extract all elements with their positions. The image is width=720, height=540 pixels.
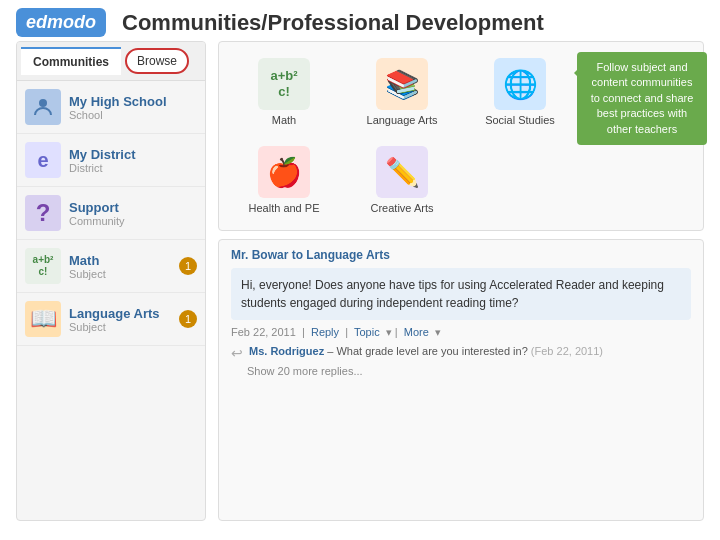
reply-author: Ms. Rodriguez <box>249 345 324 357</box>
post-date: Feb 22, 2011 <box>231 326 296 338</box>
sidebar-item-support[interactable]: ? Support Community <box>17 187 205 240</box>
header: edmodo Communities/Professional Developm… <box>0 0 720 41</box>
sidebar-item-info-district: My District District <box>69 147 135 174</box>
show-more[interactable]: Show 20 more replies... <box>247 365 691 377</box>
sidebar-item-my-district[interactable]: e My District District <box>17 134 205 187</box>
reply-text: – What grade level are you interested in… <box>327 345 528 357</box>
svg-point-0 <box>39 99 47 107</box>
sidebar-item-name-district: My District <box>69 147 135 162</box>
reply-date: (Feb 22, 2011) <box>531 345 603 357</box>
browse-creative-label: Creative Arts <box>371 202 434 214</box>
tab-browse[interactable]: Browse <box>125 48 189 74</box>
browse-item-social-studies[interactable]: 🌐 Social Studies <box>465 52 575 132</box>
language-arts-icon: 📖 <box>25 301 61 337</box>
sidebar-item-info-school: My High School School <box>69 94 167 121</box>
browse-item-language-arts[interactable]: 📚 Language Arts <box>347 52 457 132</box>
browse-lang-icon: 📚 <box>376 58 428 110</box>
reply-icon: ↩ <box>231 345 243 361</box>
topic-link[interactable]: Topic <box>354 326 380 338</box>
sidebar-item-type-math: Subject <box>69 268 106 280</box>
logo-text: edmodo <box>26 12 96 33</box>
sidebar-item-info-math: Math Subject <box>69 253 106 280</box>
sidebar-item-type-support: Community <box>69 215 125 227</box>
browse-health-icon: 🍎 <box>258 146 310 198</box>
sidebar-item-my-high-school[interactable]: My High School School <box>17 81 205 134</box>
sidebar-item-info-lang: Language Arts Subject <box>69 306 160 333</box>
tooltip: Follow subject and content communities t… <box>577 52 707 145</box>
browse-social-label: Social Studies <box>485 114 555 126</box>
sidebar-item-name-support: Support <box>69 200 125 215</box>
post-body: Hi, everyone! Does anyone have tips for … <box>231 268 691 320</box>
sidebar-item-type-lang: Subject <box>69 321 160 333</box>
sidebar-item-name-lang: Language Arts <box>69 306 160 321</box>
sidebar-item-type-district: District <box>69 162 135 174</box>
post-from: Mr. Bowar to Language Arts <box>231 248 691 262</box>
math-icon: a+b²c! <box>25 248 61 284</box>
sidebar-item-type-school: School <box>69 109 167 121</box>
sidebar-item-math[interactable]: a+b²c! Math Subject 1 <box>17 240 205 293</box>
sidebar-tabs-row: Communities Browse <box>17 42 205 81</box>
more-link[interactable]: More <box>404 326 429 338</box>
right-content: a+b²c! Math 📚 Language Arts 🌐 Social Stu… <box>218 41 704 521</box>
browse-lang-label: Language Arts <box>367 114 438 126</box>
browse-creative-icon: ✏️ <box>376 146 428 198</box>
reply-content: Ms. Rodriguez – What grade level are you… <box>249 345 603 357</box>
page-title: Communities/Professional Development <box>122 10 544 36</box>
sidebar-item-name-math: Math <box>69 253 106 268</box>
post-reply: ↩ Ms. Rodriguez – What grade level are y… <box>231 345 691 361</box>
sidebar-item-info-support: Support Community <box>69 200 125 227</box>
post-meta: Feb 22, 2011 | Reply | Topic ▾ | More ▾ <box>231 326 691 339</box>
post-area: Mr. Bowar to Language Arts Hi, everyone!… <box>218 239 704 521</box>
lang-badge: 1 <box>179 310 197 328</box>
school-icon <box>25 89 61 125</box>
browse-math-label: Math <box>272 114 296 126</box>
browse-grid: a+b²c! Math 📚 Language Arts 🌐 Social Stu… <box>218 41 704 231</box>
district-icon: e <box>25 142 61 178</box>
sidebar-item-name-school: My High School <box>69 94 167 109</box>
browse-health-label: Health and PE <box>249 202 320 214</box>
main-content: Communities Browse My High School School… <box>0 41 720 521</box>
reply-link[interactable]: Reply <box>311 326 339 338</box>
math-badge: 1 <box>179 257 197 275</box>
sidebar-item-language-arts[interactable]: 📖 Language Arts Subject 1 <box>17 293 205 346</box>
browse-math-icon: a+b²c! <box>258 58 310 110</box>
support-icon: ? <box>25 195 61 231</box>
browse-item-math[interactable]: a+b²c! Math <box>229 52 339 132</box>
sidebar: Communities Browse My High School School… <box>16 41 206 521</box>
browse-item-creative-arts[interactable]: ✏️ Creative Arts <box>347 140 457 220</box>
logo: edmodo <box>16 8 106 37</box>
tab-communities[interactable]: Communities <box>21 47 121 75</box>
browse-item-health-pe[interactable]: 🍎 Health and PE <box>229 140 339 220</box>
browse-social-icon: 🌐 <box>494 58 546 110</box>
